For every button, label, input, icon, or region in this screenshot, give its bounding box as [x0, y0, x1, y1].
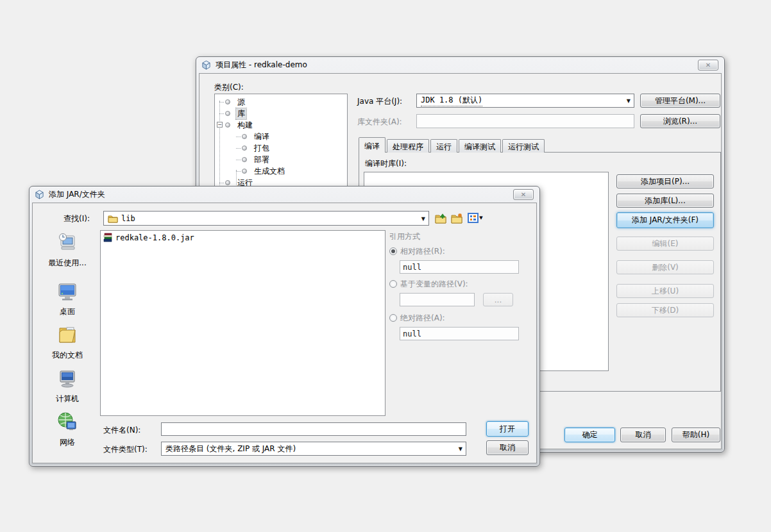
file-item-jar[interactable]: redkale-1.8.0.jar — [101, 231, 385, 244]
tree-bullet-icon — [242, 169, 247, 174]
file-list: redkale-1.8.0.jar — [100, 230, 386, 416]
file-name-field[interactable] — [161, 422, 466, 436]
file-name-label: 文件名(N): — [103, 425, 140, 436]
netbeans-cube-icon — [201, 60, 211, 70]
file-type-value: 类路径条目 (文件夹, ZIP 或 JAR 文件) — [165, 444, 296, 454]
absolute-path-radio[interactable]: 绝对路径(A): — [389, 313, 445, 324]
place-desktop[interactable]: 桌面 — [39, 280, 96, 317]
category-label: 类别(C): — [214, 82, 244, 93]
add-project-button[interactable]: 添加项目(P)... — [616, 174, 714, 188]
java-platform-label: Java 平台(J): — [357, 96, 402, 107]
relative-path-radio[interactable]: 相对路径(R): — [389, 246, 445, 257]
tab-processor[interactable]: 处理程序 — [387, 139, 429, 153]
tree-bullet-icon — [225, 122, 230, 128]
tab-run-tests[interactable]: 运行测试 — [502, 139, 545, 153]
file-name: redkale-1.8.0.jar — [115, 233, 194, 242]
edit-button[interactable]: 编辑(E) — [616, 237, 714, 251]
tree-item-deploy[interactable]: 部署 — [215, 154, 347, 165]
chooser-titlebar[interactable]: 添加 JAR/文件夹 — [30, 187, 539, 203]
tree-bullet-icon — [225, 111, 230, 116]
variable-path-radio[interactable]: 基于变量的路径(V): — [389, 279, 468, 290]
look-in-label: 查找(I): — [64, 213, 90, 224]
tree-item-libraries[interactable]: 库 — [215, 108, 347, 119]
libraries-folder-label: 库文件夹(A): — [357, 117, 402, 128]
network-icon — [56, 411, 79, 434]
variable-browse-button[interactable]: ... — [483, 293, 513, 306]
add-jar-folder-button[interactable]: 添加 JAR/文件夹(F) — [616, 212, 714, 228]
new-folder-icon[interactable] — [450, 212, 463, 224]
tree-item-compile[interactable]: 编译 — [215, 131, 347, 142]
folder-icon — [108, 214, 118, 223]
computer-icon — [56, 367, 79, 390]
tree-item-documentation[interactable]: 生成文档 — [215, 165, 347, 177]
tree-bullet-icon — [225, 180, 230, 185]
open-button[interactable]: 打开 — [486, 421, 529, 436]
place-my-documents[interactable]: 我的文档 — [39, 324, 96, 361]
properties-close-icon[interactable]: ✕ — [698, 60, 718, 71]
chevron-down-icon: ▼ — [421, 215, 425, 221]
radio-icon — [389, 314, 397, 322]
desktop-icon — [56, 280, 79, 303]
netbeans-cube-icon — [35, 190, 44, 199]
tree-item-build[interactable]: − 构建 — [215, 119, 347, 131]
remove-button[interactable]: 删除(V) — [616, 260, 714, 274]
chooser-cancel-button[interactable]: 取消 — [486, 440, 529, 455]
tree-bullet-icon — [242, 157, 247, 162]
place-recent[interactable]: 最近使用... — [39, 231, 96, 269]
java-platform-combo[interactable]: JDK 1.8 (默认) ▼ — [416, 94, 634, 108]
place-network[interactable]: 网络 — [39, 411, 96, 448]
chooser-close-icon[interactable]: ✕ — [513, 189, 534, 200]
move-up-button[interactable]: 上移(U) — [616, 284, 714, 298]
jar-file-icon — [103, 233, 113, 242]
tree-bullet-icon — [242, 145, 247, 151]
documents-folder-icon — [56, 324, 79, 347]
libraries-tabstrip: 编译 处理程序 运行 编译测试 运行测试 — [359, 137, 546, 153]
look-in-value: lib — [121, 214, 135, 223]
place-computer[interactable]: 计算机 — [39, 367, 96, 404]
view-menu-icon[interactable]: ▼ — [466, 212, 484, 224]
tab-compile-tests[interactable]: 编译测试 — [459, 139, 501, 153]
manage-platforms-button[interactable]: 管理平台(M)... — [640, 94, 720, 108]
radio-selected-icon — [389, 247, 397, 255]
tab-compile[interactable]: 编译 — [359, 137, 386, 153]
add-jar-dialog: 添加 JAR/文件夹 ✕ 查找(I): lib ▼ — [29, 186, 540, 467]
up-folder-icon[interactable] — [434, 212, 447, 224]
properties-title: 项目属性 - redkale-demo — [216, 60, 307, 71]
properties-titlebar[interactable]: 项目属性 - redkale-demo — [196, 57, 724, 73]
radio-icon — [389, 280, 397, 288]
variable-path-field[interactable] — [400, 293, 475, 306]
chevron-down-icon: ▼ — [459, 446, 462, 452]
file-type-label: 文件类型(T): — [103, 444, 148, 455]
recent-files-icon — [56, 231, 79, 254]
file-type-combo[interactable]: 类路径条目 (文件夹, ZIP 或 JAR 文件) ▼ — [161, 442, 466, 456]
relative-path-field[interactable] — [400, 260, 519, 274]
chooser-title: 添加 JAR/文件夹 — [49, 189, 105, 200]
chevron-down-icon: ▼ — [479, 215, 482, 220]
tree-item-sources[interactable]: 源 — [215, 96, 347, 108]
tree-item-package[interactable]: 打包 — [215, 142, 347, 154]
chevron-down-icon: ▼ — [627, 98, 631, 104]
tree-bullet-icon — [242, 134, 247, 139]
compile-libs-label: 编译时库(I): — [365, 158, 407, 169]
tab-run[interactable]: 运行 — [430, 139, 457, 153]
java-platform-value: JDK 1.8 (默认) — [421, 95, 482, 106]
browse-button[interactable]: 浏览(R)... — [640, 114, 720, 128]
tree-bullet-icon — [225, 99, 230, 104]
tree-collapse-icon[interactable]: − — [217, 122, 223, 128]
add-library-button[interactable]: 添加库(L)... — [616, 194, 714, 208]
reference-method-title: 引用方式 — [389, 231, 420, 242]
look-in-combo[interactable]: lib ▼ — [103, 211, 429, 226]
ok-button[interactable]: 确定 — [564, 428, 615, 442]
absolute-path-field[interactable] — [400, 327, 519, 340]
move-down-button[interactable]: 下移(D) — [616, 303, 714, 317]
help-button[interactable]: 帮助(H) — [672, 428, 720, 442]
libraries-folder-field[interactable] — [416, 114, 634, 128]
properties-cancel-button[interactable]: 取消 — [620, 428, 666, 442]
